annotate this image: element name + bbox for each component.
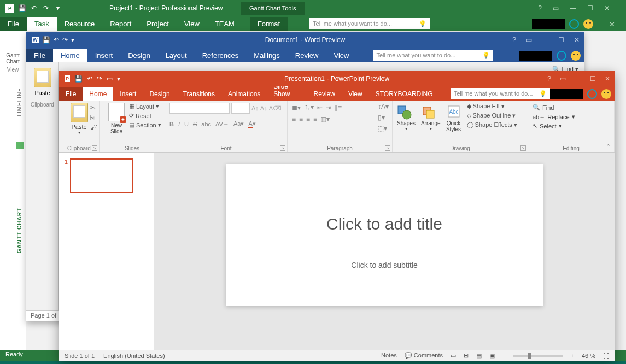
user-box[interactable] [532,19,565,29]
qat-more-icon[interactable]: ▾ [71,36,74,44]
slide-canvas[interactable]: Click to add title Click to add subtitle [154,153,615,350]
clear-format-icon[interactable]: A⌫ [269,105,282,112]
tab-file[interactable]: File [59,87,83,101]
save-icon[interactable]: 💾 [74,75,83,83]
title-placeholder[interactable]: Click to add title [259,197,510,251]
dialog-launcher-icon[interactable]: ↘ [385,145,390,151]
indent-left-icon[interactable]: ⇤ [317,104,323,111]
help-icon[interactable]: ? [538,4,542,12]
numbering-icon[interactable]: ⒈▾ [304,103,314,112]
close-icon[interactable]: ✕ [604,4,610,12]
qat-more-icon[interactable]: ▾ [117,75,120,83]
feedback-icon[interactable] [571,51,581,61]
spacing-button[interactable]: AV↔ [215,121,229,127]
quick-styles-button[interactable]: Abc Quick Styles [446,103,461,132]
language-status[interactable]: English (United States) [103,353,165,359]
tab-view[interactable]: View [342,87,369,101]
redo-icon[interactable]: ↷ [62,36,68,44]
word-tellme-input[interactable]: Tell me what you want to do...💡 [373,50,493,61]
tab-design[interactable]: Design [120,49,157,62]
ribbon-close-icon[interactable]: ✕ [609,20,615,28]
font-size-combo[interactable] [231,103,250,114]
maximize-icon[interactable]: ☐ [558,36,564,44]
text-direction-icon[interactable]: ↕A▾ [378,103,389,110]
smartart-icon[interactable]: ⬚▾ [378,125,389,132]
columns-icon[interactable]: ▥▾ [320,115,330,123]
windowstate-icon[interactable]: ▭ [526,36,532,44]
tab-file[interactable]: File [26,49,53,62]
slide-thumbnail-1[interactable] [70,158,133,193]
tab-view[interactable]: View [177,17,207,31]
tab-mailings[interactable]: Mailings [246,49,288,62]
zoom-in-icon[interactable]: + [570,353,574,359]
minimize-icon[interactable]: — [575,75,581,83]
new-slide-button[interactable]: New Slide [104,103,129,134]
font-family-combo[interactable] [169,103,230,114]
case-button[interactable]: Aa▾ [233,120,244,127]
shadow-button[interactable]: abc [201,121,211,127]
tab-layout[interactable]: Layout [158,49,195,62]
font-color-button[interactable]: A▾ [248,120,255,127]
decrease-font-icon[interactable]: A↓ [260,105,267,111]
italic-button[interactable]: I [178,121,180,127]
dialog-launcher-icon[interactable]: ↘ [92,145,97,151]
shape-outline-button[interactable]: ◇ Shape Outline ▾ [467,112,517,119]
redo-icon[interactable]: ↷ [97,75,102,83]
zoom-out-icon[interactable]: − [502,353,506,359]
shapes-button[interactable]: Shapes▾ [397,103,416,131]
indent-right-icon[interactable]: ⇥ [326,104,331,111]
tab-view[interactable]: View [326,49,356,62]
zoom-level[interactable]: 46 % [582,353,595,359]
start-slideshow-icon[interactable]: ▭ [107,75,113,83]
save-icon[interactable]: 💾 [42,36,50,44]
tab-resource[interactable]: Resource [57,17,103,31]
shape-effects-button[interactable]: ◯ Shape Effects ▾ [467,121,517,128]
reset-button[interactable]: ⟳Reset [129,112,161,119]
normal-view-icon[interactable]: ▭ [451,352,456,359]
tab-design[interactable]: Design [143,87,176,101]
feedback-icon[interactable] [601,89,611,99]
tab-references[interactable]: References [195,49,246,62]
cut-icon[interactable]: ✂ [90,104,97,111]
tab-project[interactable]: Project [139,17,176,31]
section-button[interactable]: ▤Section ▾ [129,121,161,128]
undo-icon[interactable]: ↶ [30,4,38,13]
minimize-icon[interactable]: — [570,4,576,12]
arrange-button[interactable]: Arrange▾ [421,103,441,131]
pp-tellme-input[interactable]: Tell me what you want to do...💡 [451,88,550,99]
collapse-ribbon-icon[interactable]: ⌃ [606,143,611,150]
windowstate-icon[interactable]: ▭ [560,75,566,83]
strike-button[interactable]: S [193,121,197,127]
slide-thumbnails-pane[interactable]: 1 [59,153,154,350]
slideshow-view-icon[interactable]: ▣ [489,352,495,359]
reading-view-icon[interactable]: ▤ [476,352,482,359]
justify-icon[interactable]: ≡ [313,115,317,123]
tab-transitions[interactable]: Transitions [177,87,221,101]
fit-window-icon[interactable]: ⛶ [603,353,609,359]
close-icon[interactable]: ✕ [605,75,610,83]
tab-home[interactable]: Home [83,87,113,101]
dialog-launcher-icon[interactable]: ↘ [520,145,526,151]
copy-icon[interactable]: ⎘ [90,114,97,121]
replace-button[interactable]: ab↔Replace ▾ [533,113,610,120]
dialog-launcher-icon[interactable]: ↘ [280,145,285,151]
tab-storyboarding[interactable]: STORYBOARDING [369,87,440,101]
close-icon[interactable]: ✕ [574,36,580,44]
redo-icon[interactable]: ↷ [42,4,50,13]
user-box[interactable] [550,89,583,99]
increase-font-icon[interactable]: A↑ [251,105,259,111]
project-tellme-input[interactable]: Tell me what you want to do...💡 [309,18,430,29]
align-left-icon[interactable]: ≡ [292,115,296,123]
tab-insert[interactable]: Insert [87,49,121,62]
save-icon[interactable]: 💾 [17,4,26,13]
line-spacing-icon[interactable]: ‖≡ [335,104,342,111]
maximize-icon[interactable]: ☐ [587,4,593,12]
feedback-icon[interactable] [583,19,593,29]
layout-button[interactable]: ▦Layout ▾ [129,103,161,110]
qat-more-icon[interactable]: ▾ [54,4,62,13]
windowstate-icon[interactable]: ▭ [553,4,559,12]
cortana-icon[interactable] [557,51,566,61]
minimize-icon[interactable]: — [542,36,548,44]
help-icon[interactable]: ? [512,36,516,44]
tab-insert[interactable]: Insert [113,87,143,101]
